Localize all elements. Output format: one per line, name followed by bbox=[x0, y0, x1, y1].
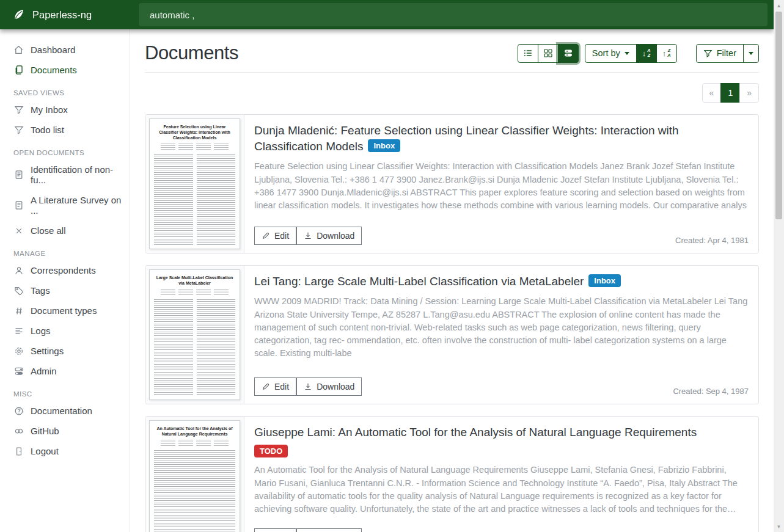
thumbnail-text-columns bbox=[154, 450, 235, 532]
sidebar-item-label: Todo list bbox=[31, 125, 64, 135]
sidebar-open-document-1[interactable]: Identification of non-fu... bbox=[0, 159, 130, 190]
brand[interactable]: Paperless-ng bbox=[0, 9, 130, 21]
filter-group: Filter bbox=[696, 44, 759, 63]
sidebar-item-close-all[interactable]: Close all bbox=[0, 220, 130, 241]
document-card: Large Scale Multi-Label Classification v… bbox=[145, 265, 759, 404]
sidebar-open-document-2[interactable]: A Literature Survey on ... bbox=[0, 190, 130, 220]
sidebar-item-label: Logout bbox=[31, 446, 59, 456]
pagination-page-1-button[interactable]: 1 bbox=[720, 83, 740, 103]
person-icon bbox=[13, 265, 24, 275]
sidebar-item-label: Settings bbox=[31, 346, 64, 356]
sidebar-item-label: Documents bbox=[31, 65, 77, 75]
document-card-footer: Edit Download Created: Sep 4, 1987 bbox=[254, 371, 749, 396]
detail-view-icon bbox=[563, 48, 573, 58]
chevron-down-icon bbox=[625, 52, 629, 55]
link-icon bbox=[13, 426, 24, 436]
download-icon bbox=[304, 382, 312, 391]
sort-by-dropdown[interactable]: Sort by bbox=[585, 44, 637, 63]
page-title: Documents bbox=[145, 42, 238, 64]
heading-divider bbox=[145, 72, 759, 73]
thumbnail-title: Feature Selection using Linear Classifie… bbox=[154, 124, 235, 140]
home-icon bbox=[13, 45, 24, 55]
chevron-down-icon bbox=[749, 52, 753, 55]
section-misc: MISC bbox=[0, 390, 130, 398]
sidebar-item-admin[interactable]: Admin bbox=[0, 361, 130, 381]
sidebar-item-logout[interactable]: Logout bbox=[0, 441, 130, 461]
created-date: Created: Sep 4, 1987 bbox=[673, 387, 749, 396]
sidebar-item-todo-list[interactable]: Todo list bbox=[0, 120, 130, 140]
sort-by-label: Sort by bbox=[592, 48, 620, 58]
sort-descending-button[interactable]: ↓ AZ bbox=[636, 44, 657, 63]
download-button[interactable]: Download bbox=[296, 377, 362, 396]
sidebar-item-label: Admin bbox=[31, 366, 57, 376]
thumbnail-authors bbox=[154, 144, 235, 150]
filter-dropdown-button[interactable] bbox=[743, 44, 759, 63]
sidebar-item-dashboard[interactable]: Dashboard bbox=[0, 40, 130, 60]
document-thumbnail[interactable]: Feature Selection using Linear Classifie… bbox=[145, 115, 244, 253]
gear-icon bbox=[13, 346, 24, 356]
sidebar-item-github[interactable]: GitHub bbox=[0, 421, 130, 441]
sidebar-item-documents[interactable]: Documents bbox=[0, 60, 130, 80]
list-view-icon bbox=[523, 48, 533, 58]
file-text-icon bbox=[13, 170, 24, 180]
edit-button[interactable]: Edit bbox=[254, 227, 296, 245]
sidebar-item-documentation[interactable]: Documentation bbox=[0, 401, 130, 421]
thumbnail-title: Large Scale Multi-Label Classification v… bbox=[154, 275, 235, 286]
close-icon bbox=[13, 225, 24, 236]
document-title[interactable]: Giuseppe Lami: An Automatic Tool for the… bbox=[254, 426, 697, 439]
hash-icon bbox=[13, 305, 24, 316]
thumbnail-page: An Automatic Tool for the Analysis of Na… bbox=[149, 420, 240, 532]
detail-view-button[interactable] bbox=[558, 44, 579, 63]
filter-button[interactable]: Filter bbox=[696, 44, 744, 63]
download-label: Download bbox=[317, 382, 354, 392]
download-button[interactable]: Download bbox=[296, 528, 362, 532]
document-thumbnail[interactable]: Large Scale Multi-Label Classification v… bbox=[145, 266, 244, 404]
sidebar-item-my-inbox[interactable]: My Inbox bbox=[0, 100, 130, 120]
sidebar-item-label: Correspondents bbox=[31, 265, 96, 275]
document-title[interactable]: Dunja Mladenić: Feature Selection using … bbox=[254, 124, 679, 153]
download-button[interactable]: Download bbox=[296, 227, 362, 245]
grid-view-icon bbox=[543, 48, 553, 58]
tag-badge[interactable]: Inbox bbox=[588, 274, 621, 287]
list-view-button[interactable] bbox=[518, 44, 538, 63]
document-card: An Automatic Tool for the Analysis of Na… bbox=[145, 416, 759, 532]
document-thumbnail[interactable]: An Automatic Tool for the Analysis of Na… bbox=[145, 417, 244, 532]
sidebar-item-correspondents[interactable]: Correspondents bbox=[0, 260, 130, 280]
document-summary: Feature Selection using Linear Classifie… bbox=[254, 160, 749, 212]
door-icon bbox=[13, 446, 24, 456]
document-card-body: Lei Tang: Large Scale Multi-Label Classi… bbox=[244, 266, 758, 404]
sort-alpha-down-icon: ↓ AZ bbox=[642, 48, 651, 58]
pagination-previous-button[interactable]: « bbox=[702, 83, 722, 103]
sidebar-item-settings[interactable]: Settings bbox=[0, 341, 130, 361]
download-label: Download bbox=[317, 231, 354, 241]
sort-ascending-button[interactable]: ↑ ZA bbox=[656, 44, 677, 63]
sidebar-item-logs[interactable]: Logs bbox=[0, 321, 130, 341]
document-actions: Edit Download bbox=[254, 377, 362, 396]
tag-badge[interactable]: Inbox bbox=[368, 139, 400, 152]
sidebar-item-label: A Literature Survey on ... bbox=[31, 195, 125, 216]
scrollbar-down-arrow[interactable]: ▼ bbox=[774, 522, 784, 531]
pagination-next-button[interactable]: » bbox=[739, 83, 759, 103]
search-input[interactable] bbox=[139, 3, 768, 26]
edit-button[interactable]: Edit bbox=[254, 377, 296, 396]
document-card-body: Giuseppe Lami: An Automatic Tool for the… bbox=[244, 417, 758, 532]
tag-badge[interactable]: TODO bbox=[254, 445, 288, 457]
funnel-icon bbox=[13, 125, 24, 135]
scrollbar-thumb[interactable] bbox=[775, 12, 782, 219]
sidebar-item-document-types[interactable]: Document types bbox=[0, 301, 130, 321]
sort-group: Sort by ↓ AZ ↑ ZA bbox=[585, 44, 677, 63]
download-icon bbox=[304, 231, 312, 240]
edit-label: Edit bbox=[274, 382, 289, 392]
document-card-body: Dunja Mladenić: Feature Selection using … bbox=[244, 115, 758, 253]
documents-icon bbox=[13, 65, 24, 75]
document-card-footer: Edit Download bbox=[254, 522, 749, 532]
grid-view-button[interactable] bbox=[538, 44, 559, 63]
sidebar-item-label: Close all bbox=[31, 225, 66, 236]
edit-button[interactable]: Edit bbox=[254, 528, 296, 532]
created-date: Created: Apr 4, 1981 bbox=[675, 236, 749, 245]
document-title[interactable]: Lei Tang: Large Scale Multi-Label Classi… bbox=[254, 275, 584, 288]
sidebar-item-label: Documentation bbox=[31, 406, 92, 416]
sidebar-item-tags[interactable]: Tags bbox=[0, 280, 130, 301]
funnel-icon bbox=[703, 49, 713, 58]
scrollbar-up-arrow[interactable]: ▲ bbox=[774, 1, 784, 10]
